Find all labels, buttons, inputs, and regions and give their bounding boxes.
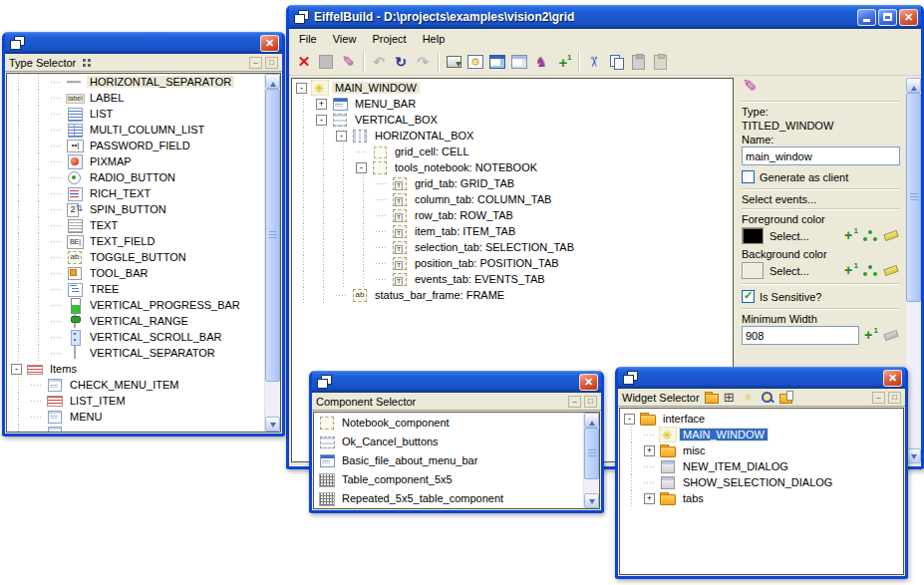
minimize-button[interactable] <box>857 9 876 26</box>
list-item-table-component-5x5[interactable]: Table_component_5x5 <box>314 469 582 488</box>
tree-item-vertical-progress-bar[interactable]: VERTICAL_PROGRESS_BAR <box>7 297 263 313</box>
tree-expand-toggle[interactable]: + <box>644 445 655 456</box>
tree-item-text[interactable]: TEXT <box>7 217 263 233</box>
tree-item-pixmap[interactable]: PIXMAP <box>7 153 263 169</box>
list-item-tree[interactable]: Tree <box>314 507 582 509</box>
tree-item-toggle-button[interactable]: TOGGLE_BUTTON <box>7 249 263 265</box>
tree-item-radio-button[interactable]: RADIO_BUTTON <box>7 169 263 185</box>
menu-help[interactable]: Help <box>415 31 454 47</box>
close-button[interactable] <box>883 370 902 387</box>
foreground-select-button[interactable]: Select... <box>770 230 809 242</box>
scroll-down-button[interactable] <box>584 493 599 508</box>
main-title-bar[interactable]: EiffelBuild - D:\projects\examples\visio… <box>289 5 921 29</box>
panel-maximize-button[interactable]: □ <box>888 392 901 404</box>
scrollbar-thumb[interactable] <box>265 89 280 382</box>
tree-item-grid-cell-cell[interactable]: grid_cell: CELL <box>292 144 733 159</box>
tree-item-rich-text[interactable]: RICH_TEXT <box>7 185 263 201</box>
tree-item-multi-column-list[interactable]: MULTI_COLUMN_LIST <box>7 122 263 138</box>
tree-item-main-window[interactable]: -MAIN_WINDOW <box>292 80 733 96</box>
tree-item-password-field[interactable]: PASSWORD_FIELD <box>7 138 263 153</box>
panel-maximize-button[interactable]: □ <box>584 396 597 408</box>
tree-item-position-tab-position-tab[interactable]: position_tab: POSITION_TAB <box>292 255 733 271</box>
tree-expand-toggle[interactable]: - <box>356 162 367 173</box>
add-one-icon[interactable] <box>864 329 876 343</box>
type-selector-scrollbar[interactable] <box>264 74 280 432</box>
tree-expand-toggle[interactable]: - <box>11 364 22 375</box>
tree-item-menu-bar[interactable]: +MENU_BAR <box>292 96 733 112</box>
scroll-down-button[interactable] <box>906 448 921 463</box>
search-icon[interactable] <box>761 391 775 405</box>
delete-button[interactable] <box>293 51 315 73</box>
clipboard-button[interactable] <box>649 51 671 73</box>
tree-item-selection-tab-selection-tab[interactable]: selection_tab: SELECTION_TAB <box>292 239 733 255</box>
tree-item-show-selection-dialog[interactable]: SHOW_SELECTION_DIALOG <box>620 474 903 490</box>
refresh-button[interactable] <box>390 51 412 73</box>
tree-item-tree[interactable]: TREE <box>7 281 263 297</box>
add-one-icon[interactable] <box>844 264 856 278</box>
maximize-button[interactable] <box>878 9 897 26</box>
tree-item-interface[interactable]: -interface <box>620 411 903 427</box>
minimum-width-input[interactable] <box>742 326 859 345</box>
close-button[interactable] <box>260 35 279 52</box>
tree-item-item-tab-item-tab[interactable]: item_tab: ITEM_TAB <box>292 223 733 239</box>
tree-item-tool-bar[interactable]: TOOL_BAR <box>7 265 263 281</box>
list-item-basic-file-about-menu-bar[interactable]: Basic_file_about_menu_bar <box>314 450 582 469</box>
figure-button[interactable] <box>530 51 552 73</box>
tree-item-blank[interactable] <box>7 425 263 433</box>
menu-view[interactable]: View <box>325 31 365 47</box>
wand-button[interactable] <box>337 51 359 73</box>
scroll-up-button[interactable] <box>265 74 280 89</box>
tree-item-vertical-scroll-bar[interactable]: VERTICAL_SCROLL_BAR <box>7 329 263 345</box>
panel-minimize-button[interactable]: – <box>872 392 885 404</box>
tree-item-misc[interactable]: +misc <box>620 442 903 458</box>
tree-item-vertical-box[interactable]: -VERTICAL_BOX <box>292 112 733 128</box>
tree-item-status-bar-frame-frame[interactable]: status_bar_frame: FRAME <box>292 287 733 303</box>
tree-item-list[interactable]: LIST <box>7 106 263 122</box>
scroll-down-button[interactable] <box>265 417 280 432</box>
component-selector-header[interactable]: Component Selector – □ <box>312 393 601 411</box>
tree-item-events-tab-events-tab[interactable]: events_tab: EVENTS_TAB <box>292 271 733 287</box>
generate-button[interactable] <box>443 51 464 73</box>
background-color-swatch[interactable] <box>742 262 764 279</box>
tree-item-row-tab-row-tab[interactable]: row_tab: ROW_TAB <box>292 207 733 223</box>
add-one-icon[interactable] <box>844 229 856 243</box>
starburst-dim-icon[interactable] <box>742 391 757 405</box>
tree-item-column-tab-column-tab[interactable]: column_tab: COLUMN_TAB <box>292 191 733 207</box>
square-button[interactable] <box>315 51 337 73</box>
tree-item-label[interactable]: LABEL <box>7 90 263 106</box>
tree-item-new-item-dialog[interactable]: NEW_ITEM_DIALOG <box>620 458 903 474</box>
menu-file[interactable]: File <box>291 31 325 47</box>
tree-item-items[interactable]: -Items <box>7 361 263 377</box>
tree-item-check-menu-item[interactable]: CHECK_MENU_ITEM <box>7 377 263 393</box>
eraser-icon[interactable] <box>883 230 899 241</box>
foreground-color-swatch[interactable] <box>742 227 764 244</box>
tree-item-grid-tab-grid-tab[interactable]: grid_tab: GRID_TAB <box>292 175 733 191</box>
scrollbar-thumb[interactable] <box>906 93 921 302</box>
plus-grid-icon[interactable] <box>723 391 738 405</box>
panel-maximize-button[interactable]: □ <box>265 57 278 69</box>
tree-item-main-window[interactable]: MAIN_WINDOW <box>620 427 903 442</box>
select-events-link[interactable]: Select events... <box>742 193 900 205</box>
panel-minimize-button[interactable]: – <box>249 57 262 69</box>
tree-item-spin-button[interactable]: SPIN_BUTTON <box>7 201 263 217</box>
nodes-icon[interactable] <box>863 229 877 243</box>
tree-expand-toggle[interactable]: - <box>316 115 327 126</box>
menu-project[interactable]: Project <box>364 31 414 47</box>
type-selector-header[interactable]: Type Selector – □ <box>5 54 282 72</box>
tree-expand-toggle[interactable]: - <box>624 414 635 425</box>
tree-expand-toggle[interactable]: + <box>644 493 655 504</box>
gear-window-button[interactable] <box>464 51 486 73</box>
paste-button[interactable] <box>627 51 649 73</box>
background-select-button[interactable]: Select... <box>770 265 809 277</box>
tree-item-text-field[interactable]: TEXT_FIELD <box>7 233 263 249</box>
generate-as-client-checkbox[interactable] <box>742 170 755 183</box>
tree-item-vertical-range[interactable]: VERTICAL_RANGE <box>7 313 263 329</box>
scroll-up-button[interactable] <box>584 413 599 428</box>
tree-item-tabs[interactable]: +tabs <box>620 490 903 506</box>
tree-item-tools-notebook-notebook[interactable]: -tools_notebook: NOTEBOOK <box>292 159 733 175</box>
type-selector-title-bar[interactable] <box>5 32 282 54</box>
component-selector-title-bar[interactable] <box>312 371 601 393</box>
component-selector-scrollbar[interactable] <box>583 413 599 508</box>
widget-selector-header[interactable]: Widget Selector – □ <box>618 389 905 407</box>
tree-item-list-item[interactable]: LIST_ITEM <box>7 393 263 409</box>
